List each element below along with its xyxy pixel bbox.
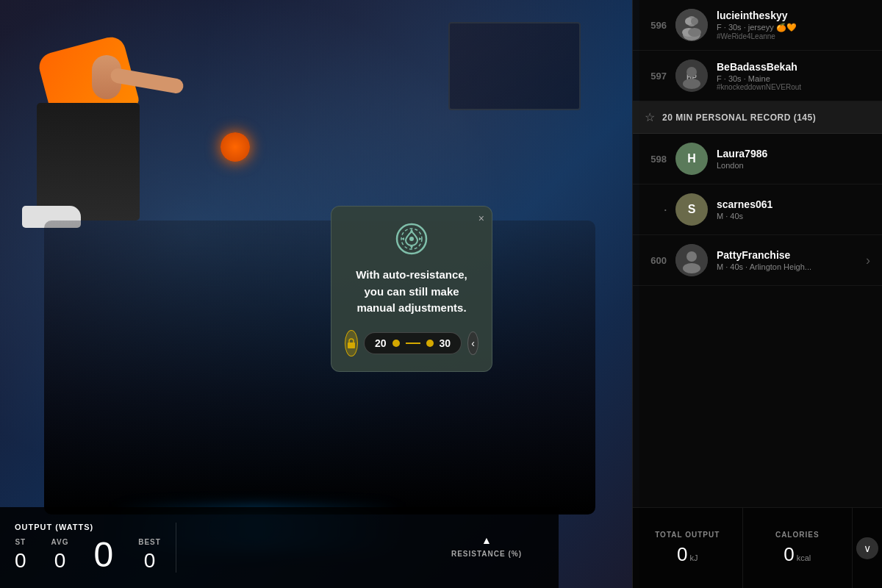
total-output-unit: kJ [689, 553, 698, 562]
avg-label: AVG [51, 538, 69, 546]
user-meta: F · 30s · Maine [717, 74, 870, 83]
svg-point-14 [683, 79, 700, 89]
user-meta: F · 30s · jerseyy 🍊🧡 [717, 23, 870, 32]
leaderboard-item[interactable]: 598 H Laura7986 London [633, 134, 882, 184]
username: PattyFranchise [717, 249, 857, 261]
avatar [675, 244, 708, 276]
popup-message: With auto-resistance, you can still make… [345, 267, 478, 317]
avatar: H [675, 143, 708, 175]
range-line [406, 343, 420, 344]
zero-large: 0 [94, 537, 114, 573]
svg-point-17 [683, 263, 700, 273]
avatar: HP [675, 60, 708, 92]
best-value: 0 [144, 549, 156, 573]
expand-button[interactable]: ∨ [853, 508, 882, 588]
bike-frame-bg [44, 220, 595, 514]
expand-icon: ∨ [856, 537, 878, 559]
svg-rect-3 [348, 343, 355, 348]
rank-number: 597 [645, 71, 667, 82]
leaderboard-item[interactable]: 597 HP BeBadassBekah F · 30s · Maine #kn… [633, 51, 882, 101]
user-info: PattyFranchise M · 40s · Arlington Heigh… [717, 249, 857, 271]
rank-number: · [645, 204, 667, 215]
svg-point-2 [409, 237, 414, 241]
leaderboard-item[interactable]: 600 PattyFranchise M · 40s · Arlington H… [633, 235, 882, 286]
user-meta: M · 40s [717, 212, 870, 220]
total-output-value: 0 [677, 543, 687, 566]
current-label: ST [15, 538, 26, 546]
range-dot-right [426, 340, 434, 347]
resistance-section: ▲ RESISTANCE (%) [429, 534, 544, 561]
star-icon: ☆ [645, 110, 655, 124]
auto-resistance-popup: × With auto-resistance, you can still ma… [331, 206, 492, 372]
username: lucieintheskyy [717, 10, 870, 21]
range-dot-left [392, 340, 400, 347]
back-button[interactable]: ‹ [467, 331, 478, 355]
leaderboard-item[interactable]: · S scarnes061 M · 40s [633, 184, 882, 235]
username: scarnes061 [717, 198, 870, 210]
svg-point-8 [691, 18, 698, 25]
video-background: × With auto-resistance, you can still ma… [0, 0, 639, 588]
user-meta: London [717, 161, 870, 170]
range-selector-row: 20 30 ‹ [345, 330, 478, 356]
leaderboard-list: 596 lucieintheskyy F · 30s · jerseyy 🍊🧡 … [633, 0, 882, 507]
username: BeBadassBekah [717, 61, 870, 73]
svg-point-16 [686, 251, 697, 262]
user-tag: #knockeddownNEVERout [717, 83, 870, 91]
avatar [675, 9, 708, 41]
rank-number: 598 [645, 154, 667, 165]
lock-button[interactable] [345, 330, 358, 356]
range-pill[interactable]: 20 30 [364, 332, 462, 354]
bottom-stats-bar: OUTPUT (watts) ST 0 AVG 0 0 BEST 0 [0, 507, 559, 588]
user-info: Laura7986 London [717, 148, 870, 170]
calories-stat: CALORIES 0 kcal [743, 508, 853, 588]
leaderboard-item[interactable]: 596 lucieintheskyy F · 30s · jerseyy 🍊🧡 … [633, 0, 882, 51]
total-output-label: TOTAL OUTPUT [655, 531, 720, 539]
avatar: S [675, 193, 708, 226]
current-value: 0 [15, 549, 26, 573]
range-min-value: 20 [375, 337, 387, 349]
svg-point-10 [688, 28, 701, 37]
best-label: BEST [138, 538, 161, 546]
svg-point-13 [686, 67, 697, 77]
resistance-chevron-icon: ▲ [481, 534, 492, 546]
bottom-right-stats: TOTAL OUTPUT 0 kJ CALORIES 0 kcal ∨ [633, 507, 882, 588]
range-max-value: 30 [440, 337, 451, 349]
right-panel: 596 lucieintheskyy F · 30s · jerseyy 🍊🧡 … [632, 0, 882, 588]
personal-record-banner: ☆ 20 MIN PERSONAL RECORD (145) [633, 101, 882, 134]
user-info: scarnes061 M · 40s [717, 198, 870, 220]
calories-value: 0 [784, 543, 794, 566]
resistance-label: RESISTANCE (%) [451, 550, 522, 558]
user-info: lucieintheskyy F · 30s · jerseyy 🍊🧡 #WeR… [717, 10, 870, 40]
popup-close-button[interactable]: × [478, 212, 484, 224]
rank-number: 600 [645, 255, 667, 266]
bike-orange-element [220, 132, 250, 162]
output-watts-label: OUTPUT (watts) [15, 523, 161, 531]
user-meta: M · 40s · Arlington Heigh... [717, 262, 857, 271]
laptop-bg [448, 22, 581, 110]
calories-unit: kcal [797, 553, 811, 562]
auto-resistance-icon [394, 221, 429, 257]
person-legs [37, 103, 140, 220]
personal-record-text: 20 MIN PERSONAL RECORD (145) [662, 112, 816, 123]
total-output-stat: TOTAL OUTPUT 0 kJ [633, 508, 743, 588]
avg-value: 0 [54, 549, 66, 573]
user-info: BeBadassBekah F · 30s · Maine #knockeddo… [717, 61, 870, 91]
user-tag: #WeRide4Leanne [717, 32, 870, 40]
rank-number: 596 [645, 20, 667, 31]
username: Laura7986 [717, 148, 870, 159]
calories-label: CALORIES [775, 531, 820, 539]
